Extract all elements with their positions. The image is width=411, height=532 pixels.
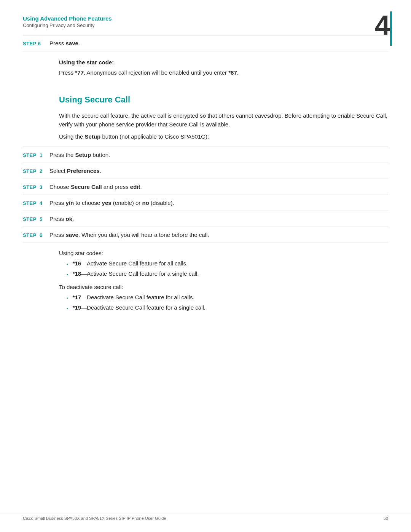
step-label-1: STEP 1 bbox=[23, 152, 49, 158]
save-bold: save bbox=[66, 40, 78, 46]
step-row-4: STEP 4 Press y/n to choose yes (enable) … bbox=[23, 195, 388, 211]
step-label-6: STEP 6 bbox=[23, 232, 49, 238]
footer-text: Cisco Small Business SPA50X and SPA51X S… bbox=[23, 516, 166, 521]
star18-bold: *18 bbox=[73, 270, 81, 277]
step-content-4: Press y/n to choose yes (enable) or no (… bbox=[49, 200, 388, 206]
bullet-dot-star18: ▪ bbox=[67, 272, 68, 276]
preferences-bold: Preferences bbox=[67, 168, 100, 174]
save-bold-step6: save bbox=[66, 232, 78, 238]
star-code-section: Using the star code: Press *77. Anonymou… bbox=[59, 51, 388, 83]
step-label-4: STEP 4 bbox=[23, 200, 49, 206]
section-heading-secure-call: Using Secure Call bbox=[59, 95, 388, 105]
star19-text: *19—Deactivate Secure Call feature for a… bbox=[73, 304, 206, 311]
yes-bold: yes bbox=[102, 200, 112, 206]
step-content-6: Press save. When you dial, you will hear… bbox=[49, 232, 388, 238]
step-row-6: STEP 6 Press save. When you dial, you wi… bbox=[23, 227, 388, 243]
ok-bold: ok bbox=[66, 216, 73, 222]
star-code-text: Press *77. Anonymous call rejection will… bbox=[59, 69, 388, 76]
yn-bold: y/n bbox=[66, 200, 74, 206]
chapter-number-bar bbox=[390, 11, 392, 46]
star-codes-list: ▪ *16—Activate Secure Call feature for a… bbox=[67, 260, 388, 277]
step-label-5: STEP 5 bbox=[23, 216, 49, 222]
setup-bold-step1: Setup bbox=[75, 152, 91, 158]
secure-call-bold: Secure Call bbox=[71, 184, 102, 190]
step-content-3: Choose Secure Call and press edit. bbox=[49, 184, 388, 190]
footer: Cisco Small Business SPA50X and SPA51X S… bbox=[0, 512, 411, 521]
star-code-title: Using the star code: bbox=[59, 59, 388, 66]
list-item-star16: ▪ *16—Activate Secure Call feature for a… bbox=[67, 260, 388, 267]
star16-bold: *16 bbox=[73, 260, 81, 267]
deactivate-list: ▪ *17—Deactivate Secure Call feature for… bbox=[67, 294, 388, 311]
star77-bold: *77 bbox=[75, 69, 84, 76]
header: Using Advanced Phone Features Configurin… bbox=[0, 0, 411, 28]
deactivate-title: To deactivate secure call: bbox=[59, 284, 388, 290]
star-codes-title: Using star codes: bbox=[59, 250, 388, 256]
step-row-3: STEP 3 Choose Secure Call and press edit… bbox=[23, 179, 388, 195]
chapter-title: Using Advanced Phone Features bbox=[23, 15, 388, 22]
no-bold: no bbox=[142, 200, 149, 206]
list-item-star18: ▪ *18—Activate Secure Call feature for a… bbox=[67, 270, 388, 277]
star17-bold: *17 bbox=[73, 294, 81, 300]
step-row-5: STEP 5 Press ok. bbox=[23, 211, 388, 227]
step-content-1: Press the Setup button. bbox=[49, 152, 388, 158]
chapter-number: 4 bbox=[375, 11, 390, 39]
setup-bold-desc: Setup bbox=[85, 133, 101, 140]
step-content-initial-6: Press save. bbox=[49, 40, 388, 46]
bullet-dot-star16: ▪ bbox=[67, 262, 68, 266]
star17-text: *17—Deactivate Secure Call feature for a… bbox=[73, 294, 194, 300]
step-content-2: Select Preferences. bbox=[49, 168, 388, 174]
footer-page: 50 bbox=[384, 516, 388, 521]
step-row-2: STEP 2 Select Preferences. bbox=[23, 163, 388, 179]
page: Using Advanced Phone Features Configurin… bbox=[0, 0, 411, 532]
bullet-dot-star17: ▪ bbox=[67, 296, 68, 300]
star19-bold: *19 bbox=[73, 304, 81, 311]
description-p2: Using the Setup button (not applicable t… bbox=[59, 133, 388, 141]
content-area: STEP 6 Press save. Using the star code: … bbox=[0, 35, 411, 311]
list-item-star17: ▪ *17—Deactivate Secure Call feature for… bbox=[67, 294, 388, 300]
chapter-subtitle: Configuring Privacy and Security bbox=[23, 22, 388, 28]
bullet-dot-star19: ▪ bbox=[67, 306, 68, 310]
description-secure-call: With the secure call feature, the active… bbox=[59, 112, 388, 141]
step-row-1: STEP 1 Press the Setup button. bbox=[23, 147, 388, 163]
step-label-2: STEP 2 bbox=[23, 168, 49, 174]
star16-text: *16—Activate Secure Call feature for all… bbox=[73, 260, 188, 267]
star-codes-section: Using star codes: ▪ *16—Activate Secure … bbox=[59, 250, 388, 277]
description-p1: With the secure call feature, the active… bbox=[59, 112, 388, 129]
step-label-initial-6: STEP 6 bbox=[23, 41, 49, 46]
deactivate-section: To deactivate secure call: ▪ *17—Deactiv… bbox=[59, 284, 388, 311]
list-item-star19: ▪ *19—Deactivate Secure Call feature for… bbox=[67, 304, 388, 311]
step-content-5: Press ok. bbox=[49, 216, 388, 222]
star18-text: *18—Activate Secure Call feature for a s… bbox=[73, 270, 199, 277]
step-row-initial-6: STEP 6 Press save. bbox=[23, 35, 388, 51]
edit-bold: edit bbox=[130, 184, 140, 190]
star87-bold: *87 bbox=[228, 69, 237, 76]
step-label-3: STEP 3 bbox=[23, 184, 49, 190]
